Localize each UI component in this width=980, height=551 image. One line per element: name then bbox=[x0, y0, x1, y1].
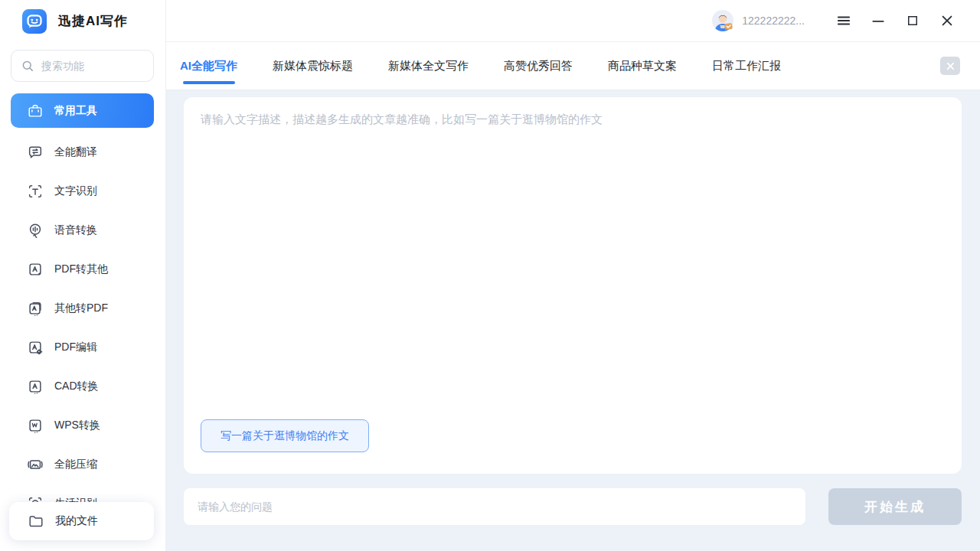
sidebar-item-label: PDF编辑 bbox=[54, 341, 97, 354]
other-to-pdf-icon bbox=[27, 300, 44, 317]
generate-button[interactable]: 开始生成 bbox=[828, 488, 962, 525]
tab-label: 新媒体全文写作 bbox=[388, 59, 469, 73]
sidebar-item-label: 全能翻译 bbox=[54, 145, 97, 159]
tab-label: 日常工作汇报 bbox=[712, 59, 781, 73]
audio-convert-icon bbox=[27, 222, 44, 239]
wps-convert-icon bbox=[27, 417, 44, 434]
suggestion-chip[interactable]: 写一篇关于逛博物馆的作文 bbox=[201, 419, 369, 452]
sidebar-item-other-to-pdf[interactable]: 其他转PDF bbox=[0, 289, 165, 328]
sidebar-item-translate[interactable]: 全能翻译 bbox=[0, 132, 165, 171]
tab-media-full-article[interactable]: 新媒体全文写作 bbox=[388, 42, 469, 90]
username: 122222222... bbox=[742, 15, 805, 27]
sidebar-nav: 常用工具 全能翻译 文字识别 bbox=[0, 82, 165, 523]
cad-convert-icon bbox=[27, 378, 44, 395]
app-logo-icon bbox=[21, 8, 47, 34]
tabbar: AI全能写作 新媒体震惊标题 新媒体全文写作 高赞优秀回答 商品种草文案 日常工… bbox=[166, 42, 980, 90]
sidebar-item-label: 全能压缩 bbox=[54, 458, 97, 471]
tab-top-answer[interactable]: 高赞优秀回答 bbox=[504, 42, 573, 90]
avatar bbox=[711, 9, 734, 32]
sidebar-item-label: WPS转换 bbox=[54, 419, 100, 432]
tab-product-copy[interactable]: 商品种草文案 bbox=[608, 42, 677, 90]
translate-icon bbox=[27, 144, 44, 161]
tab-label: 商品种草文案 bbox=[608, 59, 677, 73]
description-textarea[interactable] bbox=[184, 97, 962, 474]
toolbox-icon bbox=[27, 103, 44, 119]
sidebar-item-cad-convert[interactable]: CAD转换 bbox=[0, 367, 165, 406]
tab-label: 高赞优秀回答 bbox=[504, 59, 573, 73]
pdf-to-other-icon bbox=[27, 261, 44, 278]
sidebar-item-label: CAD转换 bbox=[54, 380, 99, 393]
sidebar-item-text-ocr[interactable]: 文字识别 bbox=[0, 171, 165, 210]
sidebar-item-common-tools[interactable]: 常用工具 bbox=[11, 93, 154, 128]
tab-ai-writing[interactable]: AI全能写作 bbox=[180, 42, 237, 90]
sidebar-item-label: 常用工具 bbox=[54, 104, 97, 118]
question-input[interactable] bbox=[184, 488, 805, 525]
sidebar-item-wps-convert[interactable]: WPS转换 bbox=[0, 406, 165, 445]
suggestion-chip-label: 写一篇关于逛博物馆的作文 bbox=[220, 429, 349, 443]
pdf-edit-icon bbox=[27, 339, 44, 356]
app-window: 迅捷AI写作 常用工具 全能翻译 bbox=[0, 0, 980, 551]
logo-row: 迅捷AI写作 bbox=[0, 0, 165, 42]
sidebar-item-label: PDF转其他 bbox=[54, 262, 108, 276]
close-icon[interactable] bbox=[939, 12, 956, 29]
search-box[interactable] bbox=[11, 50, 154, 82]
sidebar-item-pdf-to-other[interactable]: PDF转其他 bbox=[0, 249, 165, 289]
minimize-icon[interactable] bbox=[870, 12, 887, 29]
sidebar-item-label: 其他转PDF bbox=[54, 302, 108, 315]
sidebar-item-audio-convert[interactable]: 语音转换 bbox=[0, 210, 165, 249]
tab-media-shock-title[interactable]: 新媒体震惊标题 bbox=[273, 42, 353, 90]
sidebar-item-pdf-edit[interactable]: PDF编辑 bbox=[0, 328, 165, 367]
sidebar-item-label: 文字识别 bbox=[54, 184, 97, 198]
content-area: 写一篇关于逛博物馆的作文 开始生成 bbox=[166, 90, 980, 551]
my-files-button[interactable]: 我的文件 bbox=[9, 502, 154, 540]
sidebar-item-compress[interactable]: 全能压缩 bbox=[0, 445, 165, 484]
editor-card: 写一篇关于逛博物馆的作文 bbox=[184, 97, 962, 474]
search-input[interactable] bbox=[41, 60, 144, 72]
maximize-icon[interactable] bbox=[904, 12, 921, 29]
app-title: 迅捷AI写作 bbox=[58, 12, 128, 30]
menu-icon[interactable] bbox=[835, 12, 852, 29]
active-tab-underline bbox=[183, 81, 235, 84]
close-icon bbox=[946, 61, 956, 71]
close-panel-button[interactable] bbox=[940, 57, 960, 75]
tab-label: AI全能写作 bbox=[180, 59, 237, 73]
sidebar: 迅捷AI写作 常用工具 全能翻译 bbox=[0, 0, 166, 551]
user-account[interactable]: 122222222... bbox=[711, 9, 805, 32]
sidebar-item-label: 语音转换 bbox=[54, 223, 97, 237]
prompt-bar: 开始生成 bbox=[184, 488, 962, 525]
main-area: 122222222... AI全能写作 新媒体震惊标题 bbox=[166, 0, 980, 551]
my-files-label: 我的文件 bbox=[55, 514, 98, 528]
compress-icon bbox=[27, 456, 44, 473]
folder-icon bbox=[28, 513, 44, 530]
tab-label: 新媒体震惊标题 bbox=[273, 59, 353, 73]
titlebar: 122222222... bbox=[166, 0, 980, 42]
text-ocr-icon bbox=[27, 183, 44, 200]
tab-daily-work-report[interactable]: 日常工作汇报 bbox=[712, 42, 781, 90]
search-icon bbox=[21, 59, 34, 73]
